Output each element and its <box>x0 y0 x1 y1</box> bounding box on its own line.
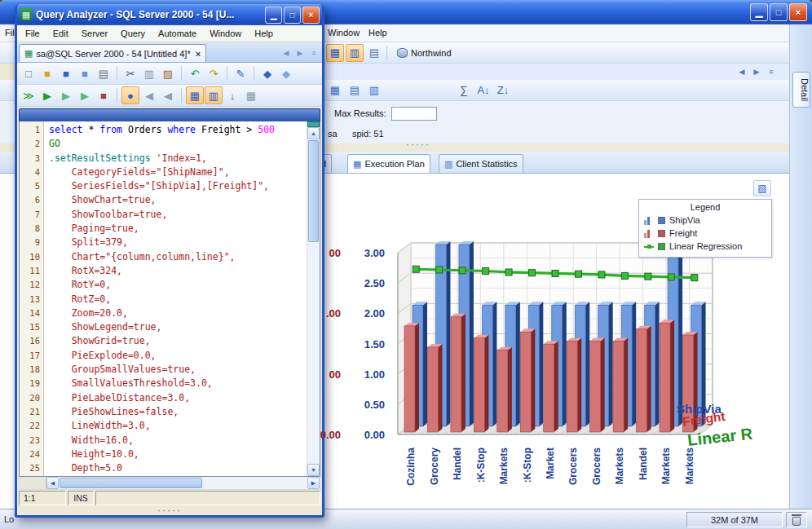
code-line: PieShowLines=false, <box>49 405 307 419</box>
results-chart-toggle-icon[interactable]: ▤ <box>365 44 383 62</box>
results-grid-icon[interactable]: ▦ <box>186 86 204 104</box>
tab-icon: ▦ <box>353 159 361 170</box>
max-results-input[interactable] <box>391 107 437 121</box>
qa-maximize-button[interactable]: □ <box>284 7 301 24</box>
svg-text:Markets: Markets <box>660 447 672 485</box>
svg-text:Markets: Markets <box>614 447 625 485</box>
menu-query[interactable]: Query <box>114 27 152 40</box>
qa-close-button[interactable]: × <box>302 7 320 24</box>
print-icon[interactable]: ▤ <box>95 64 113 82</box>
database-selector[interactable]: Northwind <box>411 48 452 58</box>
svg-text::K-Stop: :K-Stop <box>522 447 533 483</box>
execute-icon[interactable]: ▶ <box>38 86 56 104</box>
svg-text:Grocers: Grocers <box>591 447 602 485</box>
export-grid-icon[interactable]: ▦ <box>242 86 260 104</box>
sum-icon[interactable]: ∑ <box>455 82 473 99</box>
svg-text:1.50: 1.50 <box>364 338 385 350</box>
run-all-icon[interactable]: ≫ <box>20 86 38 104</box>
form-view-icon[interactable]: ▤ <box>346 82 364 99</box>
chart-legend: Legend ShipViaFreightLinear Regression <box>638 199 772 258</box>
scroll-up-icon[interactable]: ▲ <box>307 127 320 139</box>
legend-label: ShipVia <box>669 215 700 225</box>
nav-forward-icon[interactable]: ▶ <box>750 66 763 78</box>
horizontal-scrollbar[interactable]: ◀ ▶ <box>19 477 320 490</box>
minimize-button[interactable]: ▁ <box>750 3 768 21</box>
export-chart-button[interactable]: ▧ <box>753 180 771 196</box>
menu-window[interactable]: Window <box>203 27 248 40</box>
code-line: RotZ=0, <box>49 293 307 306</box>
close-button[interactable]: × <box>789 3 807 21</box>
grid-view-icon[interactable]: ▦ <box>326 82 344 99</box>
parse-icon[interactable]: ▶ <box>57 86 75 104</box>
code-line: GO <box>49 137 307 151</box>
stop-icon[interactable]: ■ <box>95 86 113 104</box>
qa-minimize-button[interactable]: ▁ <box>265 7 282 24</box>
history-back-icon[interactable]: ◀ <box>140 86 158 104</box>
panel-nav-row: ◀▶≡ <box>324 64 789 80</box>
history-back2-icon[interactable]: ◀ <box>159 86 177 104</box>
menu-file[interactable]: File <box>19 27 46 40</box>
toolbar-separator <box>117 88 117 103</box>
code-line: ShowGrid=true, <box>49 334 307 348</box>
menu-window[interactable]: Window <box>328 28 360 37</box>
close-tab-icon[interactable]: × <box>196 49 201 59</box>
redo-icon[interactable]: ↷ <box>205 64 223 82</box>
results-text-icon[interactable]: ▥ <box>205 86 223 104</box>
detail-tab[interactable]: Detail <box>792 72 810 108</box>
menu-automate[interactable]: Automate <box>152 27 203 40</box>
qa-titlebar[interactable]: ▦ Query Analyzer - SQL Server 2000 - 54 … <box>17 4 322 25</box>
sort-ascending-icon[interactable]: A↓ <box>474 82 492 99</box>
splitter-grip[interactable]: ····· <box>406 140 430 150</box>
qa-tabstrip: ▦ sa@SQL Server 2000 - 54 [Untitled 4]* … <box>17 42 322 63</box>
results-grid-toggle-icon[interactable]: ▦ <box>326 44 344 62</box>
svg-text:Handel: Handel <box>452 447 463 480</box>
tabs-list-icon[interactable]: ≡ <box>307 46 320 59</box>
hscrollbar-thumb[interactable] <box>60 478 202 488</box>
editor-pane-header[interactable] <box>19 108 320 121</box>
document-tab[interactable]: ▦ sa@SQL Server 2000 - 54 [Untitled 4]* … <box>19 44 206 62</box>
menu-help[interactable]: Help <box>248 27 280 40</box>
sort-results-icon[interactable]: ↓ <box>223 86 241 104</box>
nav-list-icon[interactable]: ≡ <box>765 66 778 78</box>
step-icon[interactable]: ▶ <box>76 86 94 104</box>
find-replace-icon[interactable]: ✎ <box>232 64 249 82</box>
tabs-back-icon[interactable]: ◀ <box>280 46 293 59</box>
results-text-toggle-icon[interactable]: ▥ <box>346 44 364 62</box>
tab-execution-plan[interactable]: ▦Execution Plan <box>347 154 430 173</box>
minimize-icon: ▁ <box>271 11 277 20</box>
new-query-icon[interactable]: □ <box>20 64 38 82</box>
code-line: PieExplode=0.0, <box>49 349 307 363</box>
trash-button[interactable] <box>786 512 807 527</box>
hscrollbar-track[interactable] <box>203 477 307 489</box>
tabs-forward-icon[interactable]: ▶ <box>293 46 307 59</box>
save-all-icon[interactable]: ■ <box>76 64 94 82</box>
max-results-label: Max Results: <box>334 108 386 118</box>
split-handle[interactable] <box>307 121 320 127</box>
save-icon[interactable]: ■ <box>57 64 75 82</box>
copy-icon[interactable]: ▥ <box>140 64 158 82</box>
nav-back-icon[interactable]: ◀ <box>735 66 748 78</box>
database-icon <box>397 48 408 58</box>
chart-view-icon[interactable]: ▥ <box>365 82 383 99</box>
open-file-icon[interactable]: ■ <box>38 64 56 82</box>
code-line: RotY=0, <box>49 278 307 292</box>
legend-title: Legend <box>644 202 766 212</box>
svg-text:.00: .00 <box>326 307 341 320</box>
current-statement-icon[interactable]: ● <box>121 86 139 104</box>
paste-icon[interactable]: ▨ <box>159 64 177 82</box>
connect-icon[interactable]: ◆ <box>258 64 276 82</box>
menu-server[interactable]: Server <box>75 27 114 40</box>
sql-editor[interactable]: 1234567891011121314151617181920212223242… <box>19 121 320 477</box>
code-area[interactable]: select * from Orders where Freight > 500… <box>44 121 307 476</box>
menu-help[interactable]: Help <box>368 28 387 37</box>
sort-descending-icon[interactable]: Z↓ <box>494 82 512 99</box>
menu-edit[interactable]: Edit <box>46 27 75 40</box>
tab-client-statistics[interactable]: ▥Client Statistics <box>439 154 523 173</box>
cut-icon[interactable]: ✂ <box>121 64 139 82</box>
maximize-button[interactable]: □ <box>770 3 788 21</box>
code-line: Height=10.0, <box>49 447 307 461</box>
scroll-left-icon[interactable]: ◀ <box>46 477 59 489</box>
window-grip[interactable]: ····· <box>17 505 322 515</box>
refresh-icon[interactable]: ◆ <box>277 64 295 82</box>
undo-icon[interactable]: ↶ <box>186 64 204 82</box>
